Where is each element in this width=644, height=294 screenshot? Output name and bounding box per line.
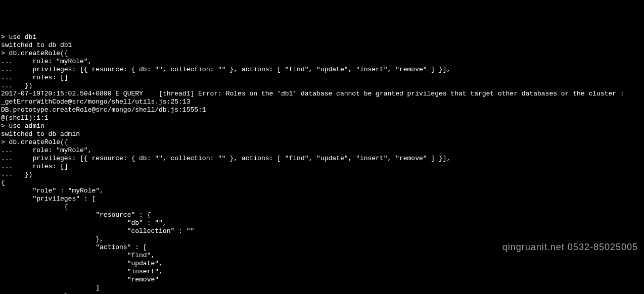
terminal-output[interactable]: > use db1 switched to db db1 > db.create… (1, 33, 643, 294)
watermark-text: qingruanit.net 0532-85025005 (502, 243, 638, 251)
